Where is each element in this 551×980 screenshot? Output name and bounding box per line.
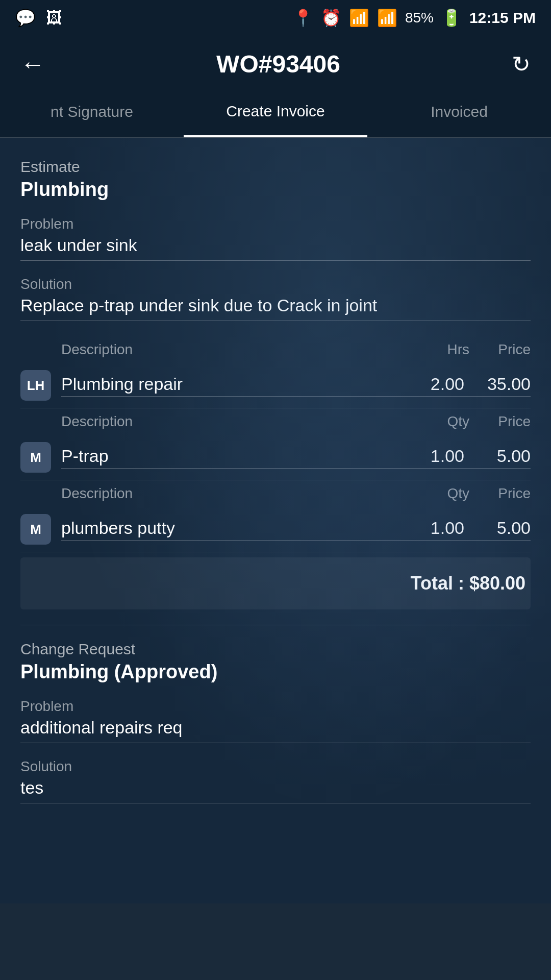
- labor-price: 35.00: [464, 374, 531, 397]
- change-request-label: Change Request: [20, 641, 531, 658]
- line-items-table: Description Hrs Price LH Plumbing repair…: [20, 336, 531, 552]
- tab-invoiced[interactable]: Invoiced: [367, 91, 551, 137]
- tab-create-invoice[interactable]: Create Invoice: [184, 91, 367, 137]
- material1-desc-header: Description: [20, 413, 408, 430]
- alarm-icon: ⏰: [321, 8, 341, 28]
- gallery-icon: 🖼: [46, 9, 62, 28]
- cr-problem-label: Problem: [20, 698, 531, 715]
- tab-signature[interactable]: nt Signature: [0, 91, 184, 137]
- page-title: WO#93406: [216, 50, 340, 78]
- status-right-icons: 📍 ⏰ 📶 📶 85% 🔋 12:15 PM: [293, 8, 536, 28]
- solution-value: Replace p-trap under sink due to Crack i…: [20, 296, 531, 321]
- material2-badge: M: [20, 514, 51, 545]
- cr-problem-value: additional repairs req: [20, 718, 531, 743]
- labor-item-row: LH Plumbing repair 2.00 35.00: [20, 363, 531, 408]
- change-request-section: Change Request Plumbing (Approved) Probl…: [20, 641, 531, 803]
- labor-price-header: Price: [469, 341, 531, 358]
- status-bar: 💬 🖼 📍 ⏰ 📶 📶 85% 🔋 12:15 PM: [0, 0, 551, 36]
- battery-icon: 🔋: [441, 8, 462, 28]
- status-left-icons: 💬 🖼: [15, 8, 62, 28]
- material1-description: P-trap: [61, 446, 403, 469]
- labor-qty: 2.00: [403, 374, 464, 397]
- material2-item-row: M plumbers putty 1.00 5.00: [20, 507, 531, 552]
- solution-label: Solution: [20, 276, 531, 292]
- material2-header: Description Qty Price: [20, 480, 531, 507]
- problem-label: Problem: [20, 216, 531, 232]
- change-request-title: Plumbing (Approved): [20, 661, 531, 683]
- location-icon: 📍: [293, 8, 313, 28]
- material2-desc-header: Description: [20, 485, 408, 502]
- app-bar: ← WO#93406 ↻: [0, 36, 551, 92]
- total-row: Total : $80.00: [20, 557, 531, 609]
- material2-qty-header: Qty: [408, 485, 469, 502]
- total-value: Total : $80.00: [411, 573, 531, 594]
- section-divider: [20, 625, 531, 625]
- signal-icon: 📶: [377, 8, 397, 28]
- back-button[interactable]: ←: [20, 50, 45, 78]
- material2-description: plumbers putty: [61, 518, 403, 541]
- labor-description: Plumbing repair: [61, 374, 403, 397]
- estimate-label: Estimate: [20, 158, 531, 176]
- estimate-section: Estimate Plumbing Problem leak under sin…: [20, 158, 531, 609]
- material2-price: 5.00: [464, 518, 531, 541]
- tab-bar: nt Signature Create Invoice Invoiced: [0, 92, 551, 138]
- material1-item-row: M P-trap 1.00 5.00: [20, 435, 531, 480]
- refresh-button[interactable]: ↻: [512, 51, 531, 77]
- clock: 12:15 PM: [469, 9, 536, 27]
- material1-header: Description Qty Price: [20, 408, 531, 435]
- labor-desc-header: Description: [20, 341, 408, 358]
- cr-solution-label: Solution: [20, 758, 531, 775]
- battery-percentage: 85%: [405, 10, 434, 26]
- material1-price-header: Price: [469, 413, 531, 430]
- material2-price-header: Price: [469, 485, 531, 502]
- cr-solution-value: tes: [20, 778, 531, 803]
- main-content: Estimate Plumbing Problem leak under sin…: [0, 138, 551, 903]
- material1-badge: M: [20, 442, 51, 473]
- problem-value: leak under sink: [20, 235, 531, 261]
- material2-qty: 1.00: [403, 518, 464, 541]
- labor-header: Description Hrs Price: [20, 336, 531, 363]
- labor-badge: LH: [20, 370, 51, 401]
- whatsapp-icon: 💬: [15, 8, 36, 28]
- labor-hrs-header: Hrs: [408, 341, 469, 358]
- material1-qty: 1.00: [403, 446, 464, 469]
- material1-price: 5.00: [464, 446, 531, 469]
- wifi-icon: 📶: [349, 8, 369, 28]
- material1-qty-header: Qty: [408, 413, 469, 430]
- estimate-title: Plumbing: [20, 179, 531, 201]
